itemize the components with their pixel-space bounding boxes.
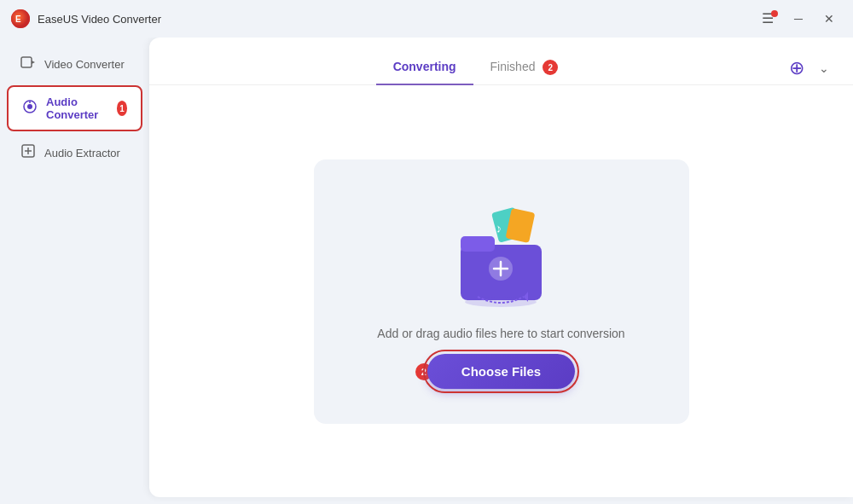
add-icon: ⊕ [789, 57, 804, 79]
content-area: Converting Finished 2 ⊕ ⌄ [149, 38, 853, 497]
main-layout: Video Converter Audio Converter 1 [0, 38, 853, 504]
minimize-button[interactable]: ─ [785, 7, 812, 31]
folder-illustration: ♪ [442, 194, 561, 313]
sidebar-item-label-audio: Audio Converter [46, 96, 105, 121]
svg-point-6 [27, 104, 32, 109]
sidebar-item-audio-converter[interactable]: Audio Converter 1 [7, 85, 142, 131]
title-bar-left: E EaseUS Video Converter [10, 9, 161, 29]
add-tab-button[interactable]: ⊕ [785, 56, 809, 80]
notification-dot [771, 10, 778, 17]
choose-files-button[interactable]: Choose Files [427, 354, 575, 389]
tab-finished-badge: 2 [543, 60, 558, 75]
sidebar-item-video-converter[interactable]: Video Converter [7, 46, 142, 82]
close-button[interactable]: ✕ [815, 7, 843, 31]
content-body: ♪ [149, 85, 853, 497]
sidebar-item-label-video: Video Converter [44, 58, 125, 71]
audio-icon [22, 99, 38, 118]
close-icon: ✕ [824, 12, 834, 26]
drop-zone[interactable]: ♪ [314, 159, 689, 424]
tab-finished-label: Finished [490, 60, 536, 73]
easeus-logo-icon: E [10, 9, 31, 29]
sidebar-item-audio-extractor[interactable]: Audio Extractor [7, 135, 142, 171]
tabs-container: Converting Finished 2 [166, 51, 785, 84]
sidebar: Video Converter Audio Converter 1 [0, 38, 149, 504]
chevron-down-icon: ⌄ [819, 61, 829, 75]
minimize-icon: ─ [794, 12, 803, 26]
tab-converting-label: Converting [393, 60, 456, 73]
svg-rect-15 [461, 236, 495, 252]
sidebar-item-label-extractor: Audio Extractor [44, 147, 120, 159]
expand-button[interactable]: ⌄ [812, 56, 836, 80]
app-title: EaseUS Video Converter [38, 13, 161, 26]
title-bar-controls: ☰ ─ ✕ [754, 7, 843, 31]
drop-zone-description: Add or drag audio files here to start co… [377, 327, 624, 340]
svg-marker-4 [32, 61, 35, 64]
extractor-icon [20, 143, 36, 162]
video-icon [20, 55, 36, 73]
choose-files-wrapper: 2 Choose Files [427, 354, 575, 389]
sidebar-badge-audio: 1 [117, 101, 127, 116]
tabs-bar: Converting Finished 2 ⊕ ⌄ [149, 38, 853, 85]
tabs-actions: ⊕ ⌄ [785, 56, 836, 80]
menu-button[interactable]: ☰ [754, 7, 781, 31]
tab-finished[interactable]: Finished 2 [473, 51, 576, 85]
tab-converting[interactable]: Converting [376, 51, 473, 85]
folder-svg: ♪ [442, 198, 561, 309]
svg-text:E: E [15, 14, 21, 24]
svg-rect-3 [21, 57, 32, 67]
title-bar: E EaseUS Video Converter ☰ ─ ✕ [0, 0, 853, 38]
